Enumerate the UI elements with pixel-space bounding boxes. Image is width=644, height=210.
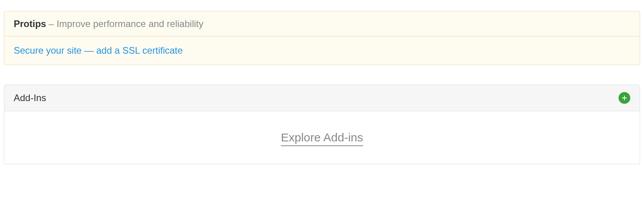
plus-icon [621,95,628,101]
protips-body: Secure your site — add a SSL certificate [4,36,640,65]
protips-title: Protips [14,18,46,29]
ssl-certificate-link[interactable]: Secure your site — add a SSL certificate [14,45,183,56]
protips-separator: – [46,18,57,29]
explore-addins-link[interactable]: Explore Add-ins [281,131,363,146]
addins-title: Add-Ins [14,92,46,103]
protips-panel: Protips – Improve performance and reliab… [4,11,640,65]
protips-subtitle: Improve performance and reliability [56,18,203,29]
addins-body: Explore Add-ins [4,111,640,164]
addins-header: Add-Ins [4,85,640,111]
add-addin-button[interactable] [619,92,630,104]
svg-rect-1 [622,98,627,98]
protips-header: Protips – Improve performance and reliab… [4,11,640,36]
addins-panel: Add-Ins Explore Add-ins [4,85,640,164]
